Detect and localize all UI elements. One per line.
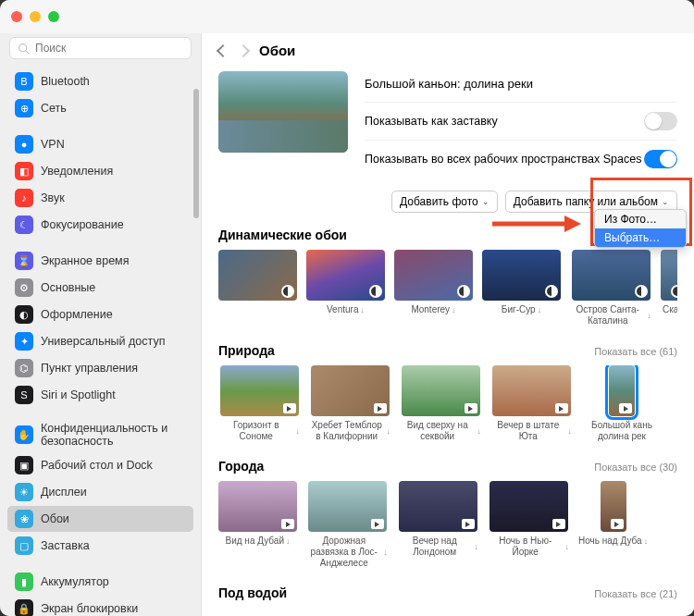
wallpaper-thumbnail [394,250,473,301]
show-all-link[interactable]: Показать все (30) [594,462,677,473]
wallpaper-label: Хребет Темблор в Калифорнии↓ [309,420,390,442]
sidebar-item-основные[interactable]: ⚙Основные [7,275,193,301]
wallpaper-item[interactable]: Ночь над Дуба↓ [578,481,648,569]
wallpaper-item[interactable]: Monterey↓ [394,250,473,326]
download-icon: ↓ [644,536,649,547]
download-icon: ↓ [648,311,652,321]
download-icon: ↓ [538,305,542,315]
scrollbar[interactable] [193,89,199,218]
spaces-toggle[interactable] [644,150,677,168]
current-wallpaper-name: Большой каньон: долина реки [365,71,677,103]
sidebar-item-label: Пункт управления [41,362,138,375]
sidebar-item-экран-блокировки[interactable]: 🔒Экран блокировки [7,596,193,616]
wallpaper-thumbnail [492,365,571,416]
wallpaper-item[interactable]: Большой кань долина рек [581,365,663,442]
sidebar-item-label: Конфиденциальность и безопасность [41,422,186,448]
sidebar-item-экранное-время[interactable]: ⌛Экранное время [7,248,193,274]
system-settings-window: BBluetooth⊕Сеть●VPN◧Уведомления♪Звук☾Фок… [0,0,694,616]
sidebar-item-label: Сеть [41,102,67,115]
sidebar-item-обои[interactable]: ❀Обои [7,506,193,532]
show-all-link[interactable]: Показать все (21) [594,588,677,599]
wallpaper-item[interactable]: Хребет Темблор в Калифорнии↓ [309,365,390,442]
play-badge-icon [465,403,477,413]
wallpaper-thumbnail [311,365,390,416]
sidebar-item-label: Заставка [41,539,90,552]
wallpaper-thumbnail [218,250,297,301]
download-icon: ↓ [475,542,479,552]
dynamic-badge-icon [545,285,558,298]
wallpaper-item[interactable]: Горизонт в Сономе↓ [218,365,300,442]
wallpaper-label: Ночь над Дуба↓ [578,536,648,547]
play-badge-icon [371,519,384,529]
sidebar-item-siri-и-spotlight[interactable]: SSiri и Spotlight [7,382,193,408]
play-badge-icon [619,403,632,413]
back-button[interactable] [217,43,229,56]
sidebar-icon: ◧ [15,162,33,180]
wallpaper-item[interactable]: Вечер над Лондоном↓ [397,481,478,569]
wallpaper-item[interactable]: Вид на Дубай↓ [218,481,297,569]
wallpaper-item[interactable]: Дорожная развязка в Лос-Анджелесе↓ [306,481,388,569]
section-cities: ГородаПоказать все (30)Вид на Дубай↓Доро… [218,459,677,569]
dynamic-badge-icon [457,285,470,298]
add-photo-button[interactable]: Добавить фото ⌄ [391,191,498,213]
wallpaper-item[interactable]: Ventura↓ [306,250,385,326]
sidebar-item-уведомления[interactable]: ◧Уведомления [7,158,193,184]
sidebar-item-фокусирование[interactable]: ☾Фокусирование [7,212,193,238]
wallpaper-item[interactable]: Биг-Сур↓ [482,250,561,326]
screensaver-toggle[interactable] [644,112,677,130]
sidebar-item-label: Оформление [41,308,113,321]
dynamic-badge-icon [369,285,382,298]
sidebar-item-дисплеи[interactable]: ☀Дисплеи [7,479,193,505]
sidebar-item-рабочий-стол-и-dock[interactable]: ▣Рабочий стол и Dock [7,452,193,478]
wallpaper-thumbnail [402,365,480,416]
wallpaper-item[interactable]: Остров Санта-Каталина↓ [570,250,651,326]
download-icon: ↓ [360,305,365,315]
minimize-icon[interactable] [30,11,41,22]
search-field[interactable] [9,37,192,59]
titlebar [0,0,694,33]
wallpaper-item[interactable]: Вид сверху на секвойи↓ [400,365,481,442]
spaces-row: Показывать во всех рабочих пространствах… [365,141,677,178]
sidebar-item-конфиденциальность-и-безопасность[interactable]: ✋Конфиденциальность и безопасность [7,418,193,451]
wallpaper-thumbnail [306,250,385,301]
sidebar-item-vpn[interactable]: ●VPN [7,131,193,157]
show-all-link[interactable]: Показать все (61) [594,346,677,357]
sidebar-item-аккумулятор[interactable]: ▮Аккумулятор [7,569,193,595]
play-badge-icon [611,519,624,529]
sidebar-item-label: Siri и Spotlight [41,388,116,401]
sidebar-item-заставка[interactable]: ▢Заставка [7,533,193,559]
dropdown-item-choose[interactable]: Выбрать… [595,228,686,247]
sidebar-icon: ⚙ [15,278,33,297]
sidebar-item-сеть[interactable]: ⊕Сеть [7,95,193,121]
sidebar-item-bluetooth[interactable]: BBluetooth [7,68,193,94]
annotation-arrow-icon [489,211,581,243]
wallpaper-item[interactable] [218,250,297,326]
wallpaper-label: Остров Санта-Каталина↓ [570,304,651,326]
wallpaper-item[interactable]: Вечер в штате Юта↓ [490,365,572,442]
chevron-down-icon: ⌄ [482,197,490,206]
zoom-icon[interactable] [48,11,59,22]
sidebar-item-label: Обои [41,512,69,525]
sidebar-item-label: VPN [41,138,65,151]
forward-button[interactable] [237,43,250,56]
play-badge-icon [283,403,296,413]
wallpaper-item[interactable]: Ска↓ [661,250,677,326]
wallpaper-label: Ска↓ [663,304,677,315]
sidebar-icon: ❀ [15,510,33,528]
sidebar-item-label: Экранное время [41,254,129,267]
sidebar-icon: ▢ [15,536,33,555]
wallpaper-thumbnail [220,365,299,416]
sidebar-item-оформление[interactable]: ◐Оформление [7,302,193,327]
wallpaper-item[interactable]: Ночь в Нью-Йорке↓ [488,481,569,569]
download-icon: ↓ [286,536,291,547]
sidebar-icon: ▣ [15,456,33,474]
search-input[interactable] [35,42,183,55]
sidebar-item-универсальный-доступ[interactable]: ✦Универсальный доступ [7,328,193,354]
sidebar-item-пункт-управления[interactable]: ⌬Пункт управления [7,355,193,381]
dropdown-item-from-photos[interactable]: Из Фото… [595,210,686,228]
sidebar-item-звук[interactable]: ♪Звук [7,185,193,211]
download-icon: ↓ [384,548,389,558]
sidebar-item-label: Дисплеи [41,486,87,499]
wallpaper-label: Monterey↓ [411,304,455,315]
close-icon[interactable] [11,11,22,22]
